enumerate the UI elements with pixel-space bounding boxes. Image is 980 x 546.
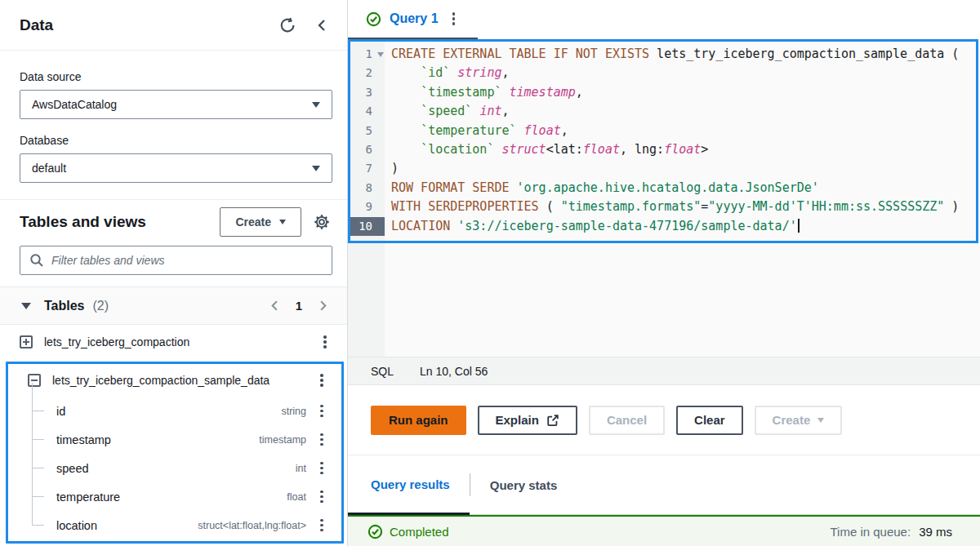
line-number: 10	[348, 217, 385, 236]
column-actions-kebab-icon[interactable]	[314, 431, 329, 449]
action-buttons: Run again Explain Cancel Clear Create	[348, 385, 980, 455]
page-next-icon[interactable]	[317, 300, 329, 312]
source-database-section: Data source AwsDataCatalog Database defa…	[0, 51, 347, 200]
table-row[interactable]: lets_try_iceberg_compaction	[0, 325, 347, 359]
cancel-button[interactable]: Cancel	[589, 406, 665, 435]
column-row: speed int	[8, 454, 341, 482]
fold-icon[interactable]	[377, 52, 384, 57]
clear-button[interactable]: Clear	[676, 406, 743, 435]
line-number: 3	[348, 83, 385, 102]
column-actions-kebab-icon[interactable]	[314, 402, 329, 420]
column-list: id string timestamp timestamp speed int …	[8, 397, 341, 539]
panel-title: Data	[20, 16, 53, 34]
database-value: default	[32, 162, 66, 175]
line-number: 6	[348, 140, 385, 159]
collapse-panel-icon[interactable]	[314, 18, 329, 33]
column-row: temperature float	[8, 482, 341, 511]
code-line[interactable]: 3 `timestamp` timestamp,	[348, 83, 980, 102]
line-number: 7	[348, 159, 385, 178]
column-actions-kebab-icon[interactable]	[314, 459, 329, 477]
data-source-label: Data source	[20, 69, 332, 85]
gear-icon[interactable]	[313, 213, 331, 231]
query-tab[interactable]: Query 1	[348, 0, 478, 39]
code-line[interactable]: 10LOCATION 's3://iceberg-sample-data-477…	[348, 217, 980, 236]
page-prev-icon[interactable]	[269, 300, 281, 312]
search-icon	[29, 253, 44, 268]
sql-editor[interactable]: 1CREATE EXTERNAL TABLE IF NOT EXISTS let…	[348, 39, 980, 357]
tab-query-stats[interactable]: Query stats	[470, 455, 577, 514]
page-number: 1	[296, 299, 302, 313]
chevron-down-icon	[279, 220, 286, 224]
table-row-expanded[interactable]: lets_try_iceberg_compaction_sample_data	[8, 364, 341, 397]
line-number: 4	[348, 102, 385, 121]
query-status-bar: Completed Time in queue: 39 ms	[348, 515, 980, 546]
column-type: struct<lat:float,lng:float>	[198, 520, 306, 531]
tab-query-results[interactable]: Query results	[348, 455, 470, 515]
data-panel-header: Data	[0, 0, 347, 51]
athena-query-editor: Data Data source AwsDataCatalog Datab	[0, 0, 980, 546]
table-name: lets_try_iceberg_compaction_sample_data	[52, 374, 303, 387]
filter-tables-input[interactable]	[20, 246, 332, 275]
column-actions-kebab-icon[interactable]	[314, 517, 329, 535]
filter-section	[0, 244, 347, 286]
status-completed: Completed	[390, 525, 449, 539]
code-line[interactable]: 9WITH SERDEPROPERTIES ( "timestamp.forma…	[348, 198, 980, 216]
chevron-down-icon	[817, 418, 824, 423]
column-actions-kebab-icon[interactable]	[314, 488, 329, 506]
tables-count: (2)	[93, 299, 109, 313]
column-row: id string	[8, 397, 341, 425]
column-name: timestamp	[56, 433, 251, 446]
query-tabbar: Query 1	[348, 0, 980, 39]
table-actions-kebab-icon[interactable]	[314, 371, 329, 389]
triangle-down-icon[interactable]	[21, 303, 31, 309]
refresh-icon[interactable]	[278, 16, 296, 34]
tables-label: Tables	[44, 299, 85, 313]
data-panel: Data Data source AwsDataCatalog Datab	[0, 0, 348, 546]
code-line[interactable]: 8ROW FORMAT SERDE 'org.apache.hive.hcata…	[348, 179, 980, 198]
explain-button[interactable]: Explain	[478, 406, 577, 435]
query-editor-panel: Query 1 1CREATE EXTERNAL TABLE IF NOT EX…	[348, 0, 980, 546]
data-source-value: AwsDataCatalog	[32, 98, 117, 111]
create-dropdown-button[interactable]: Create	[755, 406, 843, 435]
tables-group-row: Tables (2) 1	[0, 286, 347, 325]
code-line[interactable]: 5 `temperature` float,	[348, 122, 980, 140]
external-link-icon	[546, 414, 559, 427]
column-row: timestamp timestamp	[8, 425, 341, 454]
editor-statusbar: SQL Ln 10, Col 56	[348, 357, 980, 385]
table-name: lets_try_iceberg_compaction	[44, 335, 306, 348]
database-select[interactable]: default	[20, 153, 332, 183]
column-type: int	[296, 463, 306, 474]
results-tabbar: Query results Query stats	[348, 455, 980, 515]
table-actions-kebab-icon[interactable]	[318, 333, 332, 351]
column-name: id	[56, 405, 273, 418]
column-name: speed	[56, 462, 287, 475]
queue-time-value: 39 ms	[919, 525, 952, 539]
code-line[interactable]: 4 `speed` int,	[348, 102, 980, 121]
cursor-position: Ln 10, Col 56	[420, 365, 488, 378]
line-number: 9	[348, 198, 385, 216]
code-line[interactable]: 6 `location` struct<lat:float, lng:float…	[348, 140, 980, 159]
line-number: 5	[348, 122, 385, 140]
editor-language: SQL	[371, 365, 394, 378]
create-button[interactable]: Create	[220, 207, 301, 237]
column-row: location struct<lat:float,lng:float>	[8, 511, 341, 539]
text-cursor	[798, 219, 800, 233]
code-line[interactable]: 1CREATE EXTERNAL TABLE IF NOT EXISTS let…	[348, 45, 980, 64]
data-source-select[interactable]: AwsDataCatalog	[20, 90, 332, 119]
tables-views-title: Tables and views	[20, 213, 208, 231]
queue-time-label: Time in queue:	[830, 525, 911, 539]
column-type: float	[287, 491, 306, 503]
code-line[interactable]: 2 `id` string,	[348, 64, 980, 82]
expanded-table-highlight-box: lets_try_iceberg_compaction_sample_data …	[6, 362, 344, 544]
expand-table-icon[interactable]	[20, 335, 33, 348]
pagination: 1	[269, 299, 329, 313]
code-line[interactable]: 7)	[348, 159, 980, 178]
chevron-down-icon	[312, 166, 320, 171]
column-type: timestamp	[259, 434, 306, 446]
check-circle-icon	[368, 524, 383, 539]
run-again-button[interactable]: Run again	[371, 406, 466, 435]
column-type: string	[281, 406, 306, 417]
query-tab-label: Query 1	[390, 11, 439, 26]
query-tab-kebab-icon[interactable]	[447, 10, 461, 28]
tables-views-header: Tables and views Create	[0, 200, 347, 244]
